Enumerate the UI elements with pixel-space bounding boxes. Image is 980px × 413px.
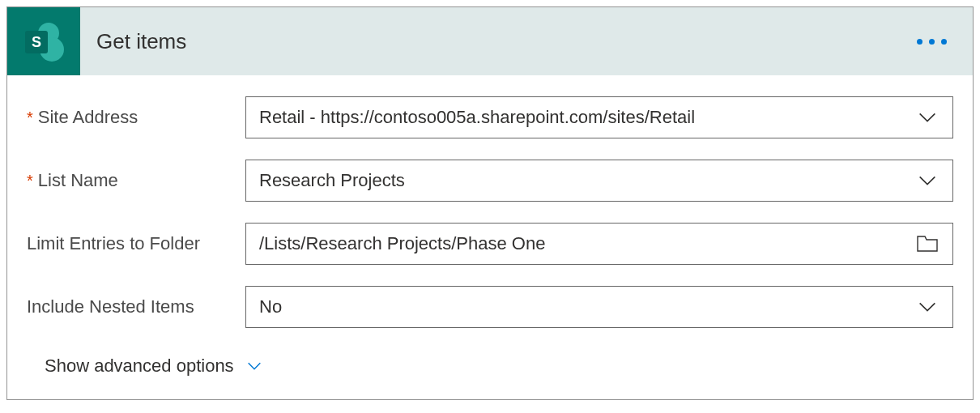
card-body: * Site Address Retail - https://contoso0… bbox=[7, 75, 973, 399]
chevron-down-icon bbox=[245, 357, 263, 375]
label-text: Include Nested Items bbox=[27, 296, 194, 317]
chevron-down-icon bbox=[915, 295, 940, 319]
label-text: Site Address bbox=[38, 107, 138, 128]
toggle-label: Show advanced options bbox=[45, 356, 234, 377]
label-text: Limit Entries to Folder bbox=[27, 233, 200, 254]
field-list-name: * List Name Research Projects bbox=[27, 160, 953, 202]
action-card: S Get items * Site Address Retail - http… bbox=[6, 6, 974, 400]
field-site-address: * Site Address Retail - https://contoso0… bbox=[27, 96, 953, 138]
include-nested-dropdown[interactable]: No bbox=[245, 286, 953, 328]
label-text: List Name bbox=[38, 170, 118, 191]
field-label: Include Nested Items bbox=[27, 296, 245, 317]
field-limit-folder: Limit Entries to Folder /Lists/Research … bbox=[27, 223, 953, 265]
required-indicator: * bbox=[27, 109, 33, 127]
chevron-down-icon bbox=[915, 105, 940, 130]
folder-icon bbox=[915, 232, 940, 256]
dropdown-value: Research Projects bbox=[259, 170, 915, 191]
chevron-down-icon bbox=[915, 168, 940, 193]
field-label: * Site Address bbox=[27, 107, 245, 128]
card-header: S Get items bbox=[7, 7, 973, 75]
connector-icon-tile: S bbox=[7, 7, 80, 75]
action-title: Get items bbox=[96, 29, 891, 54]
dropdown-value: No bbox=[259, 296, 915, 317]
sharepoint-icon-letter: S bbox=[25, 31, 48, 53]
field-label: Limit Entries to Folder bbox=[27, 233, 245, 254]
limit-folder-input[interactable]: /Lists/Research Projects/Phase One bbox=[245, 223, 953, 265]
list-name-dropdown[interactable]: Research Projects bbox=[245, 160, 953, 202]
show-advanced-toggle[interactable]: Show advanced options bbox=[27, 349, 281, 393]
dropdown-value: Retail - https://contoso005a.sharepoint.… bbox=[259, 107, 915, 128]
required-indicator: * bbox=[27, 172, 33, 190]
site-address-dropdown[interactable]: Retail - https://contoso005a.sharepoint.… bbox=[245, 96, 953, 138]
input-value: /Lists/Research Projects/Phase One bbox=[259, 233, 915, 254]
field-include-nested: Include Nested Items No bbox=[27, 286, 953, 328]
sharepoint-icon: S bbox=[23, 21, 64, 62]
field-label: * List Name bbox=[27, 170, 245, 191]
more-options-button[interactable] bbox=[891, 39, 973, 45]
